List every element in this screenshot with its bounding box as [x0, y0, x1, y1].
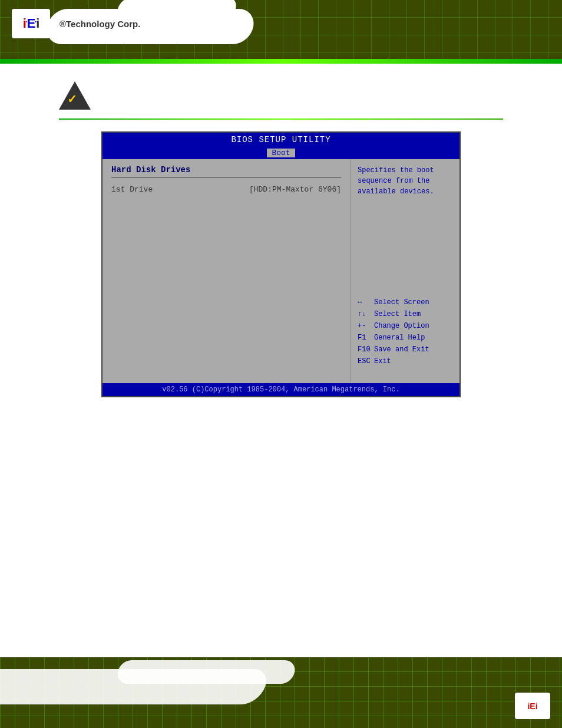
bios-section-title: Hard Disk Drives: [111, 165, 341, 174]
warning-section: [59, 75, 503, 110]
bios-body: Hard Disk Drives 1st Drive [HDD:PM-Maxto…: [103, 159, 459, 383]
bios-left-panel: Hard Disk Drives 1st Drive [HDD:PM-Maxto…: [103, 159, 351, 383]
bios-active-tab[interactable]: Boot: [267, 149, 295, 157]
key-symbol: ↔: [358, 297, 374, 308]
bios-right-panel: Specifies the boot sequence from the ava…: [351, 159, 459, 383]
key-symbol: +-: [358, 321, 374, 331]
key-description: Select Screen: [374, 297, 429, 308]
warning-icon: [59, 81, 91, 110]
bios-key-row: F1General Help: [358, 332, 452, 343]
section-divider: [59, 118, 503, 120]
bios-menu-bar: Boot: [103, 147, 459, 159]
company-name: ®Technology Corp.: [55, 17, 145, 31]
key-description: Select Item: [374, 309, 421, 319]
bios-screenshot: BIOS SETUP UTILITY Boot Hard Disk Drives…: [101, 131, 461, 397]
bios-key-row: ESCExit: [358, 356, 452, 367]
bios-key-row: F10Save and Exit: [358, 344, 452, 355]
key-symbol: ESC: [358, 356, 374, 367]
key-description: Exit: [374, 356, 391, 367]
logo-box: i•E•i: [12, 9, 50, 38]
bios-drive-row: 1st Drive [HDD:PM-Maxtor 6Y06]: [111, 184, 341, 195]
bios-title-bar: BIOS SETUP UTILITY: [103, 133, 459, 147]
key-description: General Help: [374, 332, 425, 343]
main-content: BIOS SETUP UTILITY Boot Hard Disk Drives…: [0, 64, 562, 421]
bios-footer-text: v02.56 (C)Copyright 1985-2004, American …: [162, 386, 399, 394]
bios-separator: [111, 177, 341, 178]
key-symbol: ↑↓: [358, 309, 374, 319]
drive-value: [HDD:PM-Maxtor 6Y06]: [249, 185, 341, 194]
top-green-divider: [0, 59, 562, 64]
footer-logo: iEi: [515, 693, 550, 719]
bios-key-row: ↑↓Select Item: [358, 309, 452, 319]
key-symbol: F10: [358, 344, 374, 355]
bios-title-text: BIOS SETUP UTILITY: [231, 135, 330, 144]
header: i•E•i ®Technology Corp.: [0, 0, 562, 59]
key-description: Change Option: [374, 321, 429, 331]
logo-container: i•E•i ®Technology Corp.: [12, 9, 145, 38]
key-description: Save and Exit: [374, 344, 429, 355]
bios-key-row: ↔Select Screen: [358, 297, 452, 308]
bios-help-text: Specifies the boot sequence from the ava…: [358, 165, 452, 197]
footer-path-2: [115, 660, 296, 684]
bios-footer: v02.56 (C)Copyright 1985-2004, American …: [103, 383, 459, 396]
drive-label: 1st Drive: [111, 185, 153, 194]
footer: iEi: [0, 657, 562, 728]
company-name-text: ®Technology Corp.: [59, 19, 140, 29]
iei-logo: i•E•i: [23, 16, 39, 31]
bios-key-reference: ↔Select Screen↑↓Select Item+-Change Opti…: [358, 297, 452, 367]
key-symbol: F1: [358, 332, 374, 343]
bios-key-row: +-Change Option: [358, 321, 452, 331]
